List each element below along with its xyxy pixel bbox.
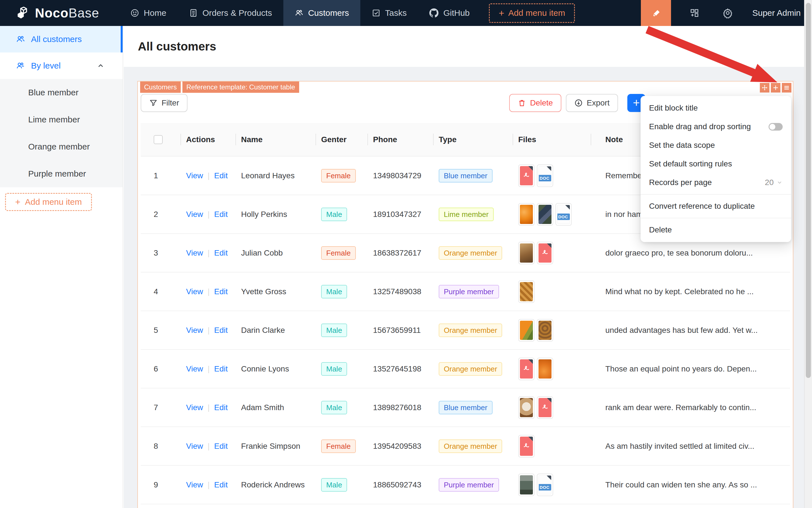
image-thumbnail[interactable] (518, 280, 535, 303)
view-link[interactable]: View (186, 403, 203, 412)
view-link[interactable]: View (186, 210, 203, 219)
image-thumbnail[interactable] (518, 319, 535, 342)
edit-link[interactable]: Edit (214, 326, 228, 335)
add-block-button[interactable] (771, 83, 780, 92)
image-thumbnail[interactable] (537, 358, 553, 380)
edit-link[interactable]: Edit (214, 171, 228, 180)
edit-link[interactable]: Edit (214, 480, 228, 489)
highlighter-pen-icon (650, 7, 662, 18)
menu-item-edit-block-title[interactable]: Edit block title (641, 99, 791, 117)
image-thumbnail[interactable] (518, 203, 535, 226)
ui-editor-button[interactable] (641, 0, 671, 26)
block-tag-collection: Customers (140, 82, 181, 93)
edit-link[interactable]: Edit (214, 287, 228, 296)
column-header-phone: Phone (367, 123, 433, 156)
cell-phone: 15673659911 (367, 311, 433, 349)
edit-link[interactable]: Edit (214, 365, 228, 373)
scrollbar-thumb[interactable] (806, 3, 811, 378)
pdf-file-icon[interactable] (537, 396, 553, 419)
block-templates-button[interactable] (685, 0, 704, 26)
image-thumbnail[interactable] (518, 474, 535, 496)
top-navbar: NocoBase Home Orders & Products Cust (0, 0, 812, 26)
cell-type: Orange member (433, 234, 512, 272)
sidebar-item-orange-member[interactable]: Orange member (0, 133, 123, 160)
move-icon (761, 84, 768, 91)
sidebar-item-purple-member[interactable]: Purple member (0, 160, 123, 187)
view-link[interactable]: View (186, 442, 203, 451)
sidebar-item-all-customers[interactable]: All customers (0, 26, 123, 52)
row-actions: View|Edit (180, 195, 235, 234)
nav-item-home[interactable]: Home (119, 0, 178, 26)
sidebar-submenu: Blue member Lime member Orange member Pu… (0, 79, 123, 187)
user-menu[interactable]: Super Admin (752, 8, 801, 18)
sidebar-add-menu-item-button[interactable]: + Add menu item (5, 193, 92, 211)
edit-link[interactable]: Edit (214, 403, 228, 412)
cell-phone: 13257489038 (367, 272, 433, 311)
nav-item-tasks[interactable]: Tasks (360, 0, 418, 26)
view-link[interactable]: View (186, 365, 203, 373)
nav-item-github[interactable]: GitHub (418, 0, 481, 26)
cell-phone: 18638372617 (367, 234, 433, 272)
cell-files: DOC (512, 195, 591, 234)
gender-tag: Male (321, 324, 347, 337)
row-index: 1 (141, 156, 180, 195)
menu-item-records-per-page[interactable]: Records per page 20 (641, 173, 791, 192)
pdf-file-icon[interactable] (518, 435, 535, 458)
cell-phone: 13527645198 (367, 349, 433, 388)
doc-file-icon[interactable]: DOC (537, 164, 553, 187)
edit-link[interactable]: Edit (214, 210, 228, 219)
row-actions: View|Edit (180, 156, 235, 195)
sidebar-item-by-level[interactable]: By level (0, 52, 123, 79)
doc-file-icon[interactable]: DOC (555, 203, 572, 226)
view-link[interactable]: View (186, 249, 203, 257)
menu-item-set-data-scope[interactable]: Set the data scope (641, 136, 791, 155)
block-settings-button[interactable] (782, 83, 792, 92)
row-actions: View|Edit (180, 427, 235, 465)
image-thumbnail[interactable] (518, 396, 535, 419)
delete-button[interactable]: Delete (509, 94, 561, 112)
cell-type: Orange member (433, 311, 512, 349)
nav-item-customers[interactable]: Customers (283, 0, 360, 26)
view-link[interactable]: View (186, 480, 203, 489)
row-index: 9 (141, 465, 180, 504)
image-thumbnail[interactable] (518, 242, 535, 264)
cell-type: Purple member (433, 465, 512, 504)
menu-item-delete-block[interactable]: Delete (641, 221, 791, 239)
drag-sorting-toggle[interactable] (769, 123, 783, 131)
menu-divider (641, 194, 791, 195)
orders-icon (189, 8, 198, 17)
navbar-add-menu-item-button[interactable]: + Add menu item (489, 3, 575, 23)
view-link[interactable]: View (186, 171, 203, 180)
view-link[interactable]: View (186, 326, 203, 335)
chevron-up-icon (97, 62, 104, 70)
nav-item-orders-products[interactable]: Orders & Products (178, 0, 283, 26)
menu-item-enable-drag-sorting[interactable]: Enable drag and drop sorting (641, 117, 791, 136)
settings-button[interactable] (718, 0, 737, 26)
pdf-file-icon[interactable] (518, 164, 535, 187)
cell-phone: 13498034729 (367, 156, 433, 195)
menu-item-set-sorting-rules[interactable]: Set default sorting rules (641, 155, 791, 173)
pdf-file-icon[interactable] (518, 358, 535, 380)
edit-link[interactable]: Edit (214, 249, 228, 257)
nocobase-logo[interactable]: NocoBase (15, 5, 99, 20)
select-all-checkbox[interactable] (154, 135, 163, 144)
menu-item-convert-reference[interactable]: Convert reference to duplicate (641, 197, 791, 215)
table-row: 5 View|Edit Darin Clarke Male 1567365991… (141, 311, 790, 349)
row-actions: View|Edit (180, 349, 235, 388)
type-tag: Blue member (439, 169, 493, 182)
sidebar-item-lime-member[interactable]: Lime member (0, 106, 123, 133)
cell-type: Purple member (433, 272, 512, 311)
export-button[interactable]: Export (566, 94, 618, 112)
pdf-file-icon[interactable] (537, 242, 553, 264)
cell-type: Orange member (433, 349, 512, 388)
sidebar-item-blue-member[interactable]: Blue member (0, 79, 123, 106)
doc-file-icon[interactable]: DOC (537, 474, 553, 496)
vertical-scrollbar[interactable] (804, 0, 812, 508)
nocobase-logo-icon (15, 6, 30, 20)
image-thumbnail[interactable] (537, 319, 553, 342)
view-link[interactable]: View (186, 287, 203, 296)
filter-button[interactable]: Filter (141, 94, 187, 112)
edit-link[interactable]: Edit (214, 442, 228, 451)
image-thumbnail[interactable] (537, 203, 553, 226)
drag-handle[interactable] (760, 83, 769, 92)
